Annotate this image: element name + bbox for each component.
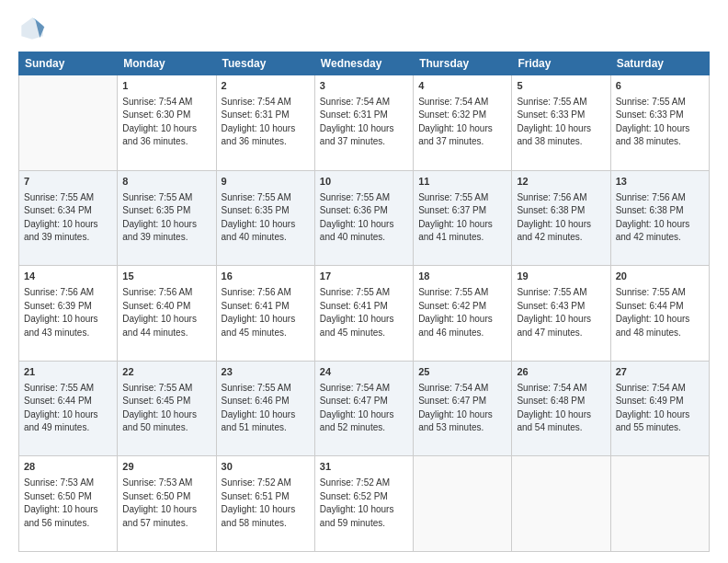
- sunset-text: Sunset: 6:37 PM: [418, 205, 486, 215]
- sunrise-text: Sunrise: 7:55 AM: [517, 97, 586, 107]
- sunset-text: Sunset: 6:35 PM: [222, 205, 290, 215]
- week-row-5: 28Sunrise: 7:53 AMSunset: 6:50 PMDayligh…: [19, 456, 710, 552]
- sunset-text: Sunset: 6:42 PM: [418, 301, 486, 311]
- daylight-text: Daylight: 10 hours and 39 minutes.: [24, 219, 98, 243]
- daylight-text: Daylight: 10 hours and 55 minutes.: [616, 409, 690, 433]
- calendar-cell: 15Sunrise: 7:56 AMSunset: 6:40 PMDayligh…: [118, 266, 216, 362]
- day-number: 23: [222, 365, 310, 380]
- day-number: 14: [24, 270, 112, 284]
- sunset-text: Sunset: 6:39 PM: [24, 301, 92, 311]
- day-number: 25: [418, 365, 506, 380]
- daylight-text: Daylight: 10 hours and 36 minutes.: [122, 123, 197, 147]
- sunrise-text: Sunrise: 7:54 AM: [320, 97, 390, 107]
- day-header-tuesday: Tuesday: [216, 52, 314, 75]
- day-header-sunday: Sunday: [19, 52, 118, 75]
- day-header-saturday: Saturday: [610, 52, 709, 75]
- sunset-text: Sunset: 6:31 PM: [320, 109, 388, 120]
- daylight-text: Daylight: 10 hours and 46 minutes.: [418, 314, 493, 338]
- sunrise-text: Sunrise: 7:55 AM: [517, 287, 586, 297]
- day-number: 19: [517, 270, 605, 284]
- sunrise-text: Sunrise: 7:54 AM: [320, 383, 390, 393]
- day-number: 15: [122, 270, 210, 284]
- sunrise-text: Sunrise: 7:56 AM: [122, 287, 192, 297]
- day-number: 17: [320, 270, 408, 284]
- sunset-text: Sunset: 6:52 PM: [320, 491, 388, 501]
- sunrise-text: Sunrise: 7:55 AM: [418, 287, 488, 297]
- calendar-cell: [512, 456, 610, 552]
- calendar-cell: 8Sunrise: 7:55 AMSunset: 6:35 PMDaylight…: [118, 170, 216, 266]
- calendar-cell: [19, 75, 118, 171]
- sunset-text: Sunset: 6:48 PM: [517, 396, 585, 406]
- calendar-cell: 30Sunrise: 7:52 AMSunset: 6:51 PMDayligh…: [216, 456, 314, 552]
- sunset-text: Sunset: 6:51 PM: [222, 491, 290, 501]
- sunrise-text: Sunrise: 7:55 AM: [320, 192, 390, 202]
- sunrise-text: Sunrise: 7:56 AM: [616, 192, 686, 202]
- calendar-cell: 5Sunrise: 7:55 AMSunset: 6:33 PMDaylight…: [512, 75, 610, 171]
- calendar-cell: 16Sunrise: 7:56 AMSunset: 6:41 PMDayligh…: [216, 266, 314, 362]
- sunrise-text: Sunrise: 7:52 AM: [222, 477, 291, 488]
- day-number: 18: [418, 270, 506, 284]
- day-number: 2: [222, 79, 310, 94]
- sunrise-text: Sunrise: 7:56 AM: [24, 287, 94, 297]
- day-header-thursday: Thursday: [414, 52, 512, 75]
- sunrise-text: Sunrise: 7:52 AM: [320, 477, 390, 488]
- calendar-cell: 29Sunrise: 7:53 AMSunset: 6:50 PMDayligh…: [118, 456, 216, 552]
- sunset-text: Sunset: 6:33 PM: [616, 109, 684, 120]
- sunset-text: Sunset: 6:31 PM: [222, 109, 290, 120]
- sunset-text: Sunset: 6:38 PM: [517, 205, 585, 215]
- week-row-1: 1Sunrise: 7:54 AMSunset: 6:30 PMDaylight…: [19, 75, 710, 171]
- calendar-cell: 14Sunrise: 7:56 AMSunset: 6:39 PMDayligh…: [19, 266, 118, 362]
- day-number: 24: [320, 365, 408, 380]
- day-header-friday: Friday: [512, 52, 610, 75]
- sunrise-text: Sunrise: 7:55 AM: [24, 192, 94, 202]
- day-number: 12: [517, 175, 605, 190]
- calendar-cell: 28Sunrise: 7:53 AMSunset: 6:50 PMDayligh…: [19, 456, 118, 552]
- sunrise-text: Sunrise: 7:56 AM: [222, 287, 291, 297]
- calendar-cell: 9Sunrise: 7:55 AMSunset: 6:35 PMDaylight…: [216, 170, 314, 266]
- day-number: 21: [24, 365, 112, 380]
- sunrise-text: Sunrise: 7:55 AM: [320, 287, 390, 297]
- calendar-cell: 21Sunrise: 7:55 AMSunset: 6:44 PMDayligh…: [19, 361, 118, 456]
- calendar-cell: 2Sunrise: 7:54 AMSunset: 6:31 PMDaylight…: [216, 75, 314, 171]
- calendar-cell: 11Sunrise: 7:55 AMSunset: 6:37 PMDayligh…: [414, 170, 512, 266]
- day-number: 11: [418, 175, 506, 190]
- day-number: 7: [24, 175, 112, 190]
- sunset-text: Sunset: 6:44 PM: [616, 301, 684, 311]
- calendar-cell: 23Sunrise: 7:55 AMSunset: 6:46 PMDayligh…: [216, 361, 314, 456]
- day-number: 6: [616, 79, 704, 94]
- sunrise-text: Sunrise: 7:55 AM: [616, 97, 686, 107]
- page: SundayMondayTuesdayWednesdayThursdayFrid…: [0, 0, 728, 563]
- sunset-text: Sunset: 6:50 PM: [24, 491, 92, 501]
- sunrise-text: Sunrise: 7:55 AM: [616, 287, 686, 297]
- calendar-cell: 10Sunrise: 7:55 AMSunset: 6:36 PMDayligh…: [314, 170, 413, 266]
- sunset-text: Sunset: 6:33 PM: [517, 109, 585, 120]
- day-number: 4: [418, 79, 506, 94]
- daylight-text: Daylight: 10 hours and 47 minutes.: [517, 314, 591, 338]
- sunrise-text: Sunrise: 7:55 AM: [222, 383, 291, 393]
- calendar-cell: 20Sunrise: 7:55 AMSunset: 6:44 PMDayligh…: [610, 266, 709, 362]
- sunset-text: Sunset: 6:47 PM: [418, 396, 486, 406]
- sunrise-text: Sunrise: 7:55 AM: [122, 192, 192, 202]
- sunrise-text: Sunrise: 7:54 AM: [418, 97, 488, 107]
- calendar-cell: 17Sunrise: 7:55 AMSunset: 6:41 PMDayligh…: [314, 266, 413, 362]
- day-number: 31: [320, 460, 408, 475]
- daylight-text: Daylight: 10 hours and 57 minutes.: [122, 504, 197, 528]
- day-number: 27: [616, 365, 704, 380]
- daylight-text: Daylight: 10 hours and 38 minutes.: [517, 123, 591, 147]
- daylight-text: Daylight: 10 hours and 50 minutes.: [122, 409, 197, 433]
- daylight-text: Daylight: 10 hours and 54 minutes.: [517, 409, 591, 433]
- calendar-cell: 27Sunrise: 7:54 AMSunset: 6:49 PMDayligh…: [610, 361, 709, 456]
- logo: [18, 15, 50, 42]
- daylight-text: Daylight: 10 hours and 41 minutes.: [418, 219, 493, 243]
- day-number: 1: [122, 79, 210, 94]
- sunset-text: Sunset: 6:45 PM: [122, 396, 190, 406]
- calendar-cell: 3Sunrise: 7:54 AMSunset: 6:31 PMDaylight…: [314, 75, 413, 171]
- daylight-text: Daylight: 10 hours and 43 minutes.: [24, 314, 98, 338]
- daylight-text: Daylight: 10 hours and 40 minutes.: [320, 219, 394, 243]
- daylight-text: Daylight: 10 hours and 45 minutes.: [222, 314, 296, 338]
- daylight-text: Daylight: 10 hours and 42 minutes.: [616, 219, 690, 243]
- sunrise-text: Sunrise: 7:54 AM: [517, 383, 586, 393]
- calendar-table: SundayMondayTuesdayWednesdayThursdayFrid…: [18, 52, 710, 552]
- calendar-cell: 7Sunrise: 7:55 AMSunset: 6:34 PMDaylight…: [19, 170, 118, 266]
- day-number: 16: [222, 270, 310, 284]
